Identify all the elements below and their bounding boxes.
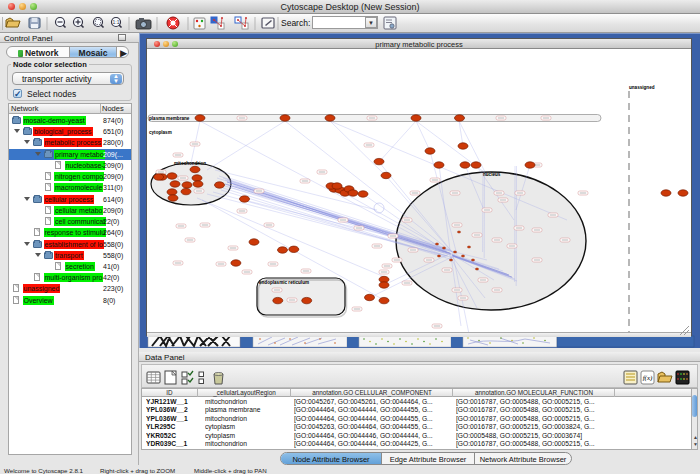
svg-text:1:1: 1:1	[113, 19, 120, 25]
svg-text:f(x): f(x)	[643, 374, 653, 382]
svg-text:endoplasmic reticulum: endoplasmic reticulum	[259, 280, 309, 285]
svg-text:mitochondrion: mitochondrion	[174, 161, 206, 166]
svg-text:unassigned: unassigned	[629, 85, 655, 90]
svg-text:plasma membrane: plasma membrane	[149, 116, 190, 121]
svg-text:nucleus: nucleus	[483, 172, 501, 177]
svg-text:cytoplasm: cytoplasm	[149, 130, 172, 135]
